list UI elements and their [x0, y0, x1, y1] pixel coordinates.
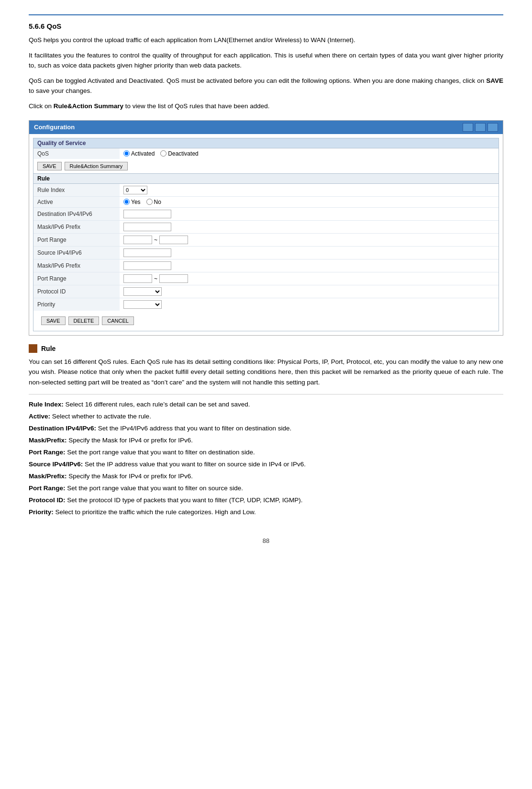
intro-text-3: QoS can be toggled Activated and Deactiv… — [29, 76, 503, 96]
mask-prefix-input-1[interactable] — [123, 223, 171, 231]
active-radio-group: Yes No — [123, 199, 495, 205]
deactivated-label: Deactivated — [168, 150, 198, 157]
titlebar-icons — [463, 123, 498, 132]
rule-label-row: Rule — [33, 173, 499, 184]
rule-title: Rule — [41, 345, 55, 352]
definition-list: Rule Index: Select 16 different rules, e… — [29, 399, 503, 518]
mask-prefix-value-cell-2 — [120, 259, 499, 272]
no-radio[interactable] — [146, 199, 153, 205]
qos-label: QoS — [33, 148, 120, 159]
def-port-range-2: Port Range: Set the port range value tha… — [29, 483, 503, 494]
titlebar-icon-1 — [463, 123, 473, 132]
config-box: Configuration Quality of Service QoS Act… — [29, 120, 503, 336]
page-number: 88 — [29, 537, 503, 544]
dest-ip-label: Destination IPv4/IPv6 — [33, 207, 120, 220]
priority-label: Priority — [33, 298, 120, 311]
protocol-id-select[interactable]: TCP UDP ICMP IGMP — [123, 287, 162, 296]
top-btn-row: SAVE Rule&Action Summary — [37, 162, 495, 170]
mask-prefix-row-1: Mask/IPv6 Prefix — [33, 220, 499, 233]
priority-row: Priority High Low — [33, 298, 499, 311]
cancel-button[interactable]: CANCEL — [102, 316, 134, 325]
source-ip-input[interactable] — [123, 248, 171, 257]
rule-action-summary-button[interactable]: Rule&Action Summary — [65, 162, 128, 170]
def-port-range-1: Port Range: Set the port range value tha… — [29, 447, 503, 458]
qos-top-table: QoS Activated Deactivated — [33, 148, 499, 159]
deactivated-radio-label[interactable]: Deactivated — [160, 150, 198, 157]
dest-ip-row: Destination IPv4/IPv6 — [33, 207, 499, 220]
intro-text-1: QoS helps you control the upload traffic… — [29, 35, 503, 45]
dest-ip-input[interactable] — [123, 210, 171, 218]
intro-text-4: Click on Rule&Action Summary to view the… — [29, 101, 503, 112]
rule-icon — [29, 344, 37, 353]
mask-prefix-row-2: Mask/IPv6 Prefix — [33, 259, 499, 272]
def-source-ip: Source IPv4/IPv6: Set the IP address val… — [29, 459, 503, 470]
qos-section-title: Quality of Service — [33, 138, 499, 148]
port-range-start-1[interactable] — [123, 236, 152, 244]
activated-radio[interactable] — [123, 150, 130, 157]
port-range-group-1: ~ — [123, 236, 495, 244]
yes-label: Yes — [131, 199, 141, 205]
no-radio-label[interactable]: No — [146, 199, 161, 205]
priority-select[interactable]: High Low — [123, 300, 162, 309]
protocol-id-row: Protocol ID TCP UDP ICMP IGMP — [33, 285, 499, 298]
rule-index-label: Rule Index — [33, 184, 120, 197]
active-value-cell: Yes No — [120, 196, 499, 207]
yes-radio[interactable] — [123, 199, 130, 205]
rule-index-row: Rule Index 012 — [33, 184, 499, 197]
dest-ip-value-cell — [120, 207, 499, 220]
titlebar-icon-2 — [475, 123, 486, 132]
deactivated-radio[interactable] — [160, 150, 166, 157]
rule-divider — [29, 394, 503, 394]
rule-index-value-cell: 012 — [120, 184, 499, 197]
qos-section: Quality of Service QoS Activated Deactiv… — [33, 138, 499, 331]
port-range-group-2: ~ — [123, 274, 495, 283]
rule-index-select[interactable]: 012 — [123, 186, 147, 194]
mask-prefix-input-2[interactable] — [123, 261, 171, 270]
port-range-value-cell-2: ~ — [120, 272, 499, 285]
active-row: Active Yes No — [33, 196, 499, 207]
priority-value-cell: High Low — [120, 298, 499, 311]
port-range-start-2[interactable] — [123, 274, 152, 283]
mask-prefix-value-cell-1 — [120, 220, 499, 233]
delete-button[interactable]: DELETE — [68, 316, 100, 325]
def-active: Active: Select whether to activate the r… — [29, 411, 503, 422]
activated-label: Activated — [131, 150, 155, 157]
source-ip-value-cell — [120, 246, 499, 259]
def-mask-prefix-2: Mask/Prefix: Specify the Mask for IPv4 o… — [29, 471, 503, 482]
def-priority: Priority: Select to prioritize the traff… — [29, 507, 503, 518]
activated-radio-label[interactable]: Activated — [123, 150, 155, 157]
port-range-end-1[interactable] — [159, 236, 188, 244]
def-mask-prefix-1: Mask/Prefix: Specify the Mask for IPv4 o… — [29, 435, 503, 446]
rule-form-table: Rule Index 012 Active Yes — [33, 184, 499, 311]
port-range-end-2[interactable] — [159, 274, 188, 283]
intro-text-2: It facilitates you the features to contr… — [29, 50, 503, 71]
port-range-dash-1: ~ — [154, 237, 157, 243]
source-ip-label: Source IPv4/IPv6 — [33, 246, 120, 259]
section-title: 5.6.6 QoS — [29, 22, 503, 30]
bottom-btn-row: SAVE DELETE CANCEL — [37, 314, 495, 328]
port-range-row-1: Port Range ~ — [33, 233, 499, 246]
protocol-id-label: Protocol ID — [33, 285, 120, 298]
mask-prefix-label-2: Mask/IPv6 Prefix — [33, 259, 120, 272]
protocol-id-value-cell: TCP UDP ICMP IGMP — [120, 285, 499, 298]
save-qos-button[interactable]: SAVE — [37, 162, 62, 170]
rule-description: You can set 16 different QoS rules. Each… — [29, 357, 503, 388]
port-range-row-2: Port Range ~ — [33, 272, 499, 285]
no-label: No — [154, 199, 161, 205]
qos-value-cell: Activated Deactivated — [120, 148, 499, 159]
source-ip-row: Source IPv4/IPv6 — [33, 246, 499, 259]
config-title: Configuration — [34, 124, 75, 131]
titlebar-icon-3 — [488, 123, 498, 132]
yes-radio-label[interactable]: Yes — [123, 199, 141, 205]
qos-row: QoS Activated Deactivated — [33, 148, 499, 159]
port-range-label-2: Port Range — [33, 272, 120, 285]
qos-radio-group: Activated Deactivated — [123, 150, 495, 157]
port-range-value-cell-1: ~ — [120, 233, 499, 246]
save-rule-button[interactable]: SAVE — [41, 316, 66, 325]
rule-section-label: Rule — [37, 175, 50, 182]
rule-header: Rule — [29, 344, 503, 353]
active-label: Active — [33, 196, 120, 207]
def-dest-ip: Destination IPv4/IPv6: Set the IPv4/IPv6… — [29, 423, 503, 434]
mask-prefix-label-1: Mask/IPv6 Prefix — [33, 220, 120, 233]
top-border — [29, 14, 503, 15]
